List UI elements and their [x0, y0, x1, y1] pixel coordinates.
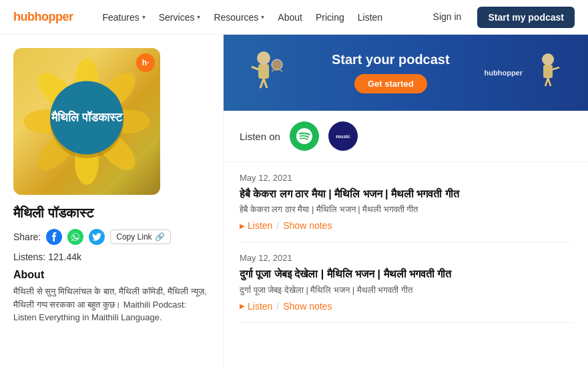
navigation: hubhopper Features ▾ Services ▾ Resource… — [0, 0, 588, 35]
nav-pricing[interactable]: Pricing — [316, 12, 344, 23]
left-panel: मैथिलि पॉडकास्ट h· मैथिली पॉडकास्ट Share… — [0, 35, 224, 367]
episode-title: हेबै केकरा लग ठार मैया | मैथिलि भजन | मै… — [240, 187, 572, 202]
listen-on-label: Listen on — [240, 131, 280, 142]
right-panel: Start your podcast Get started hubhopper… — [224, 35, 588, 367]
nav-about[interactable]: About — [278, 12, 302, 23]
listen-button[interactable]: ▶ Listen — [240, 220, 272, 231]
about-text: मैथिली से सुनु मिथिलांचल के बात, मैथिली … — [13, 285, 210, 324]
episode-item: May 12, 2021 हेबै केकरा लग ठार मैया | मै… — [240, 162, 572, 242]
episode-title: दुर्गा पूजा जेबइ देखेला | मैथिलि भजन | म… — [240, 267, 572, 282]
nav-listen[interactable]: Listen — [358, 12, 382, 23]
cover-text: मैथिलि पॉडकास्ट — [51, 110, 122, 125]
banner-left-figure — [244, 48, 297, 97]
episode-description: दुर्गा पूजा जेबइ देखेला | मैथिलि भजन | म… — [240, 285, 572, 296]
svg-line-19 — [548, 78, 551, 86]
episode-date: May 12, 2021 — [240, 253, 572, 263]
get-started-button[interactable]: Get started — [354, 74, 427, 93]
play-icon: ▶ — [240, 222, 245, 230]
about-heading: About — [13, 269, 210, 281]
show-notes-button[interactable]: Show notes — [283, 301, 332, 312]
episode-actions: ▶ Listen / Show notes — [240, 301, 572, 312]
svg-line-20 — [553, 67, 559, 69]
episode-description: हेबै केकरा लग ठार मैया | मैथिलि भजन | मै… — [240, 204, 572, 215]
svg-point-16 — [542, 53, 554, 65]
twitter-share-button[interactable] — [89, 229, 105, 245]
cover-circle: मैथिलि पॉडकास्ट — [50, 81, 123, 155]
svg-line-14 — [252, 67, 258, 69]
svg-point-10 — [257, 51, 270, 65]
banner-title: Start your podcast — [297, 52, 485, 67]
play-icon: ▶ — [240, 302, 245, 310]
amazon-music-button[interactable]: music — [328, 121, 358, 151]
nav-links: Features ▾ Services ▾ Resources ▾ About … — [102, 12, 382, 23]
nav-services[interactable]: Services ▾ — [159, 12, 201, 23]
banner-center: Start your podcast Get started — [297, 52, 485, 93]
about-section: About मैथिली से सुनु मिथिलांचल के बात, म… — [13, 269, 210, 324]
whatsapp-share-button[interactable] — [67, 229, 83, 245]
svg-text:music: music — [336, 133, 350, 139]
share-label: Share: — [13, 232, 41, 242]
listen-button[interactable]: ▶ Listen — [240, 301, 272, 312]
banner-right: hubhopper — [485, 49, 568, 96]
chevron-down-icon: ▾ — [142, 13, 145, 21]
episode-date: May 12, 2021 — [240, 173, 572, 183]
copy-link-button[interactable]: Copy Link 🔗 — [110, 230, 170, 244]
svg-rect-17 — [543, 65, 553, 78]
podcast-title: मैथिली पॉडकास्ट — [13, 206, 210, 221]
cover-badge: h· — [136, 53, 155, 72]
start-podcast-button[interactable]: Start my podcast — [477, 7, 575, 28]
nav-resources[interactable]: Resources ▾ — [214, 12, 264, 23]
episodes-list: May 12, 2021 हेबै केकरा लग ठार मैया | मै… — [224, 162, 588, 323]
listens-value: 121.44k — [48, 252, 81, 262]
facebook-share-button[interactable] — [46, 229, 62, 245]
banner-logo: hubhopper — [485, 69, 523, 77]
promo-banner: Start your podcast Get started hubhopper — [224, 35, 588, 111]
listens-row: Listens: 121.44k — [13, 252, 210, 262]
divider: / — [276, 301, 279, 312]
main-layout: मैथिलि पॉडकास्ट h· मैथिली पॉडकास्ट Share… — [0, 35, 588, 367]
link-icon: 🔗 — [155, 232, 165, 242]
chevron-down-icon: ▾ — [197, 13, 200, 21]
share-row: Share: Copy Link 🔗 — [13, 229, 210, 245]
show-notes-button[interactable]: Show notes — [283, 220, 332, 231]
nav-features[interactable]: Features ▾ — [102, 12, 145, 23]
divider: / — [276, 220, 279, 231]
episode-actions: ▶ Listen / Show notes — [240, 220, 572, 231]
podcast-cover: मैथिलि पॉडकास्ट h· — [13, 48, 160, 195]
spotify-button[interactable] — [290, 121, 319, 151]
chevron-down-icon: ▾ — [261, 13, 264, 21]
episode-item: May 12, 2021 दुर्गा पूजा जेबइ देखेला | म… — [240, 242, 572, 322]
svg-rect-11 — [258, 64, 269, 79]
listen-on-row: Listen on music — [224, 111, 588, 162]
signin-link[interactable]: Sign in — [433, 11, 462, 23]
svg-line-13 — [264, 79, 267, 88]
site-logo[interactable]: hubhopper — [13, 10, 73, 24]
